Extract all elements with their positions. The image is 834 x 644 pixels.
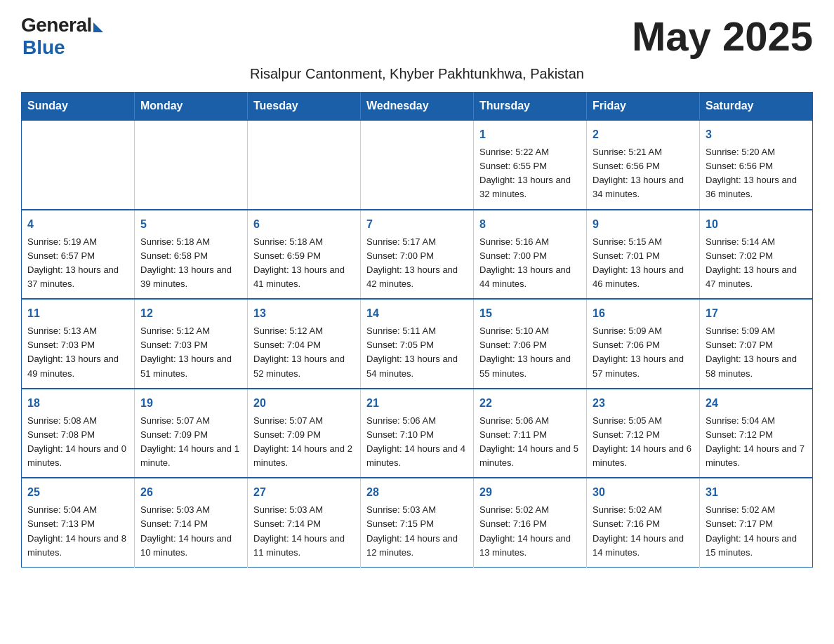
day-number: 29 (479, 484, 581, 501)
day-info: Sunrise: 5:05 AM Sunset: 7:12 PM Dayligh… (593, 414, 694, 471)
calendar-cell: 17Sunrise: 5:09 AM Sunset: 7:07 PM Dayli… (700, 299, 813, 389)
calendar-cell: 20Sunrise: 5:07 AM Sunset: 7:09 PM Dayli… (248, 389, 361, 478)
calendar-cell: 12Sunrise: 5:12 AM Sunset: 7:03 PM Dayli… (135, 299, 248, 389)
day-number: 2 (593, 126, 694, 143)
subtitle: Risalpur Cantonment, Khyber Pakhtunkhwa,… (21, 66, 813, 82)
calendar-cell (22, 120, 135, 210)
day-info: Sunrise: 5:06 AM Sunset: 7:10 PM Dayligh… (366, 414, 468, 471)
calendar-week-row: 4Sunrise: 5:19 AM Sunset: 6:57 PM Daylig… (22, 210, 813, 300)
day-number: 9 (593, 216, 694, 233)
day-number: 8 (479, 216, 581, 233)
calendar-week-row: 25Sunrise: 5:04 AM Sunset: 7:13 PM Dayli… (22, 478, 813, 567)
day-info: Sunrise: 5:02 AM Sunset: 7:16 PM Dayligh… (593, 503, 694, 560)
weekday-header-monday: Monday (135, 93, 248, 121)
day-info: Sunrise: 5:19 AM Sunset: 6:57 PM Dayligh… (27, 235, 128, 292)
weekday-header-saturday: Saturday (700, 93, 813, 121)
calendar-cell (135, 120, 248, 210)
day-number: 5 (140, 216, 241, 233)
day-info: Sunrise: 5:18 AM Sunset: 6:58 PM Dayligh… (140, 235, 241, 292)
calendar-cell: 29Sunrise: 5:02 AM Sunset: 7:16 PM Dayli… (474, 478, 587, 567)
calendar-cell: 1Sunrise: 5:22 AM Sunset: 6:55 PM Daylig… (474, 120, 587, 210)
day-info: Sunrise: 5:08 AM Sunset: 7:08 PM Dayligh… (27, 414, 128, 471)
calendar-cell: 24Sunrise: 5:04 AM Sunset: 7:12 PM Dayli… (700, 389, 813, 478)
day-number: 10 (706, 216, 807, 233)
calendar-week-row: 1Sunrise: 5:22 AM Sunset: 6:55 PM Daylig… (22, 120, 813, 210)
day-info: Sunrise: 5:04 AM Sunset: 7:12 PM Dayligh… (706, 414, 807, 471)
day-number: 6 (253, 216, 355, 233)
day-info: Sunrise: 5:21 AM Sunset: 6:56 PM Dayligh… (593, 145, 694, 202)
day-info: Sunrise: 5:12 AM Sunset: 7:03 PM Dayligh… (140, 324, 241, 381)
calendar-cell: 8Sunrise: 5:16 AM Sunset: 7:00 PM Daylig… (474, 210, 587, 300)
day-info: Sunrise: 5:14 AM Sunset: 7:02 PM Dayligh… (706, 235, 807, 292)
weekday-header-friday: Friday (587, 93, 700, 121)
calendar-cell: 26Sunrise: 5:03 AM Sunset: 7:14 PM Dayli… (135, 478, 248, 567)
day-number: 27 (253, 484, 355, 501)
day-info: Sunrise: 5:04 AM Sunset: 7:13 PM Dayligh… (27, 503, 128, 560)
calendar-cell: 2Sunrise: 5:21 AM Sunset: 6:56 PM Daylig… (587, 120, 700, 210)
day-info: Sunrise: 5:16 AM Sunset: 7:00 PM Dayligh… (479, 235, 581, 292)
day-info: Sunrise: 5:17 AM Sunset: 7:00 PM Dayligh… (366, 235, 468, 292)
day-number: 4 (27, 216, 128, 233)
calendar-table: SundayMondayTuesdayWednesdayThursdayFrid… (21, 92, 813, 568)
day-info: Sunrise: 5:20 AM Sunset: 6:56 PM Dayligh… (706, 145, 807, 202)
calendar-cell: 30Sunrise: 5:02 AM Sunset: 7:16 PM Dayli… (587, 478, 700, 567)
calendar-cell (248, 120, 361, 210)
day-info: Sunrise: 5:18 AM Sunset: 6:59 PM Dayligh… (253, 235, 355, 292)
calendar-cell: 25Sunrise: 5:04 AM Sunset: 7:13 PM Dayli… (22, 478, 135, 567)
calendar-cell: 22Sunrise: 5:06 AM Sunset: 7:11 PM Dayli… (474, 389, 587, 478)
day-number: 14 (366, 305, 468, 322)
day-info: Sunrise: 5:02 AM Sunset: 7:16 PM Dayligh… (479, 503, 581, 560)
day-info: Sunrise: 5:03 AM Sunset: 7:15 PM Dayligh… (366, 503, 468, 560)
calendar-cell: 9Sunrise: 5:15 AM Sunset: 7:01 PM Daylig… (587, 210, 700, 300)
logo-arrow-icon (93, 22, 103, 32)
weekday-header-wednesday: Wednesday (361, 93, 474, 121)
calendar-cell: 15Sunrise: 5:10 AM Sunset: 7:06 PM Dayli… (474, 299, 587, 389)
calendar-week-row: 18Sunrise: 5:08 AM Sunset: 7:08 PM Dayli… (22, 389, 813, 478)
calendar-week-row: 11Sunrise: 5:13 AM Sunset: 7:03 PM Dayli… (22, 299, 813, 389)
calendar-cell: 21Sunrise: 5:06 AM Sunset: 7:10 PM Dayli… (361, 389, 474, 478)
day-info: Sunrise: 5:10 AM Sunset: 7:06 PM Dayligh… (479, 324, 581, 381)
day-info: Sunrise: 5:06 AM Sunset: 7:11 PM Dayligh… (479, 414, 581, 471)
logo-blue-text: Blue (22, 36, 65, 59)
day-info: Sunrise: 5:09 AM Sunset: 7:06 PM Dayligh… (593, 324, 694, 381)
day-number: 17 (706, 305, 807, 322)
calendar-cell: 5Sunrise: 5:18 AM Sunset: 6:58 PM Daylig… (135, 210, 248, 300)
day-info: Sunrise: 5:13 AM Sunset: 7:03 PM Dayligh… (27, 324, 128, 381)
day-number: 31 (706, 484, 807, 501)
calendar-cell: 31Sunrise: 5:02 AM Sunset: 7:17 PM Dayli… (700, 478, 813, 567)
logo: General Blue (21, 14, 103, 59)
day-number: 19 (140, 395, 241, 412)
day-number: 28 (366, 484, 468, 501)
day-number: 16 (593, 305, 694, 322)
day-number: 11 (27, 305, 128, 322)
day-number: 22 (479, 395, 581, 412)
day-number: 7 (366, 216, 468, 233)
page-header: General Blue May 2025 (21, 14, 813, 59)
calendar-cell: 23Sunrise: 5:05 AM Sunset: 7:12 PM Dayli… (587, 389, 700, 478)
day-number: 12 (140, 305, 241, 322)
calendar-cell: 10Sunrise: 5:14 AM Sunset: 7:02 PM Dayli… (700, 210, 813, 300)
day-info: Sunrise: 5:22 AM Sunset: 6:55 PM Dayligh… (479, 145, 581, 202)
day-number: 20 (253, 395, 355, 412)
day-info: Sunrise: 5:07 AM Sunset: 7:09 PM Dayligh… (140, 414, 241, 471)
calendar-cell: 27Sunrise: 5:03 AM Sunset: 7:14 PM Dayli… (248, 478, 361, 567)
weekday-header-sunday: Sunday (22, 93, 135, 121)
calendar-cell: 11Sunrise: 5:13 AM Sunset: 7:03 PM Dayli… (22, 299, 135, 389)
calendar-cell: 18Sunrise: 5:08 AM Sunset: 7:08 PM Dayli… (22, 389, 135, 478)
weekday-header-tuesday: Tuesday (248, 93, 361, 121)
calendar-cell: 14Sunrise: 5:11 AM Sunset: 7:05 PM Dayli… (361, 299, 474, 389)
day-number: 30 (593, 484, 694, 501)
day-info: Sunrise: 5:12 AM Sunset: 7:04 PM Dayligh… (253, 324, 355, 381)
day-info: Sunrise: 5:11 AM Sunset: 7:05 PM Dayligh… (366, 324, 468, 381)
calendar-cell: 13Sunrise: 5:12 AM Sunset: 7:04 PM Dayli… (248, 299, 361, 389)
day-info: Sunrise: 5:02 AM Sunset: 7:17 PM Dayligh… (706, 503, 807, 560)
calendar-cell: 4Sunrise: 5:19 AM Sunset: 6:57 PM Daylig… (22, 210, 135, 300)
weekday-header-row: SundayMondayTuesdayWednesdayThursdayFrid… (22, 93, 813, 121)
day-info: Sunrise: 5:03 AM Sunset: 7:14 PM Dayligh… (253, 503, 355, 560)
day-info: Sunrise: 5:15 AM Sunset: 7:01 PM Dayligh… (593, 235, 694, 292)
day-info: Sunrise: 5:03 AM Sunset: 7:14 PM Dayligh… (140, 503, 241, 560)
day-number: 25 (27, 484, 128, 501)
weekday-header-thursday: Thursday (474, 93, 587, 121)
calendar-cell: 28Sunrise: 5:03 AM Sunset: 7:15 PM Dayli… (361, 478, 474, 567)
calendar-cell: 3Sunrise: 5:20 AM Sunset: 6:56 PM Daylig… (700, 120, 813, 210)
